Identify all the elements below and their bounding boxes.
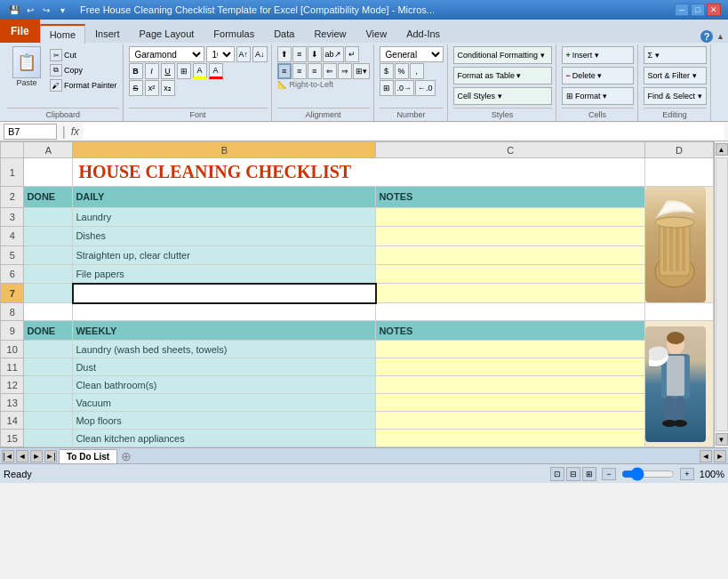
close-button[interactable]: ✕ <box>707 4 721 16</box>
border-button[interactable]: ⊞ <box>177 63 191 79</box>
cell-reference-input[interactable] <box>4 124 57 140</box>
subscript-button[interactable]: x₂ <box>161 80 175 96</box>
format-button[interactable]: ⊞ Format ▾ <box>562 87 634 105</box>
cell-c6[interactable] <box>376 265 645 284</box>
decrease-font-button[interactable]: A↓ <box>252 46 268 62</box>
cell-a7[interactable] <box>24 284 73 303</box>
cell-b3[interactable]: Laundry <box>73 207 376 226</box>
align-center-button[interactable]: ≡ <box>292 63 307 79</box>
cell-b12[interactable]: Clean bathroom(s) <box>73 376 376 394</box>
cell-c9[interactable]: NOTES <box>376 321 645 341</box>
scroll-thumb[interactable] <box>716 157 728 431</box>
underline-button[interactable]: U <box>161 63 175 79</box>
scroll-left-button[interactable]: ◄ <box>700 450 712 462</box>
font-color-button[interactable]: A <box>209 63 223 79</box>
align-middle-button[interactable]: ≡ <box>292 46 307 62</box>
cell-c3[interactable] <box>376 207 645 226</box>
decrease-decimal-button[interactable]: ←.0 <box>415 80 436 96</box>
align-right-button[interactable]: ≡ <box>308 63 322 79</box>
cell-c8[interactable] <box>376 303 645 321</box>
cell-c2[interactable]: NOTES <box>376 187 645 208</box>
page-layout-view-button[interactable]: ⊟ <box>566 467 580 481</box>
cell-c10[interactable] <box>376 341 645 358</box>
maximize-button[interactable]: □ <box>691 4 705 16</box>
font-label[interactable]: Font <box>129 108 268 119</box>
last-sheet-button[interactable]: ►| <box>44 450 57 462</box>
col-header-a[interactable]: A <box>24 142 73 158</box>
alignment-label[interactable]: Alignment <box>277 108 370 119</box>
decrease-indent-button[interactable]: ⇐ <box>323 63 337 79</box>
cell-a14[interactable] <box>24 412 73 430</box>
cell-b1[interactable]: HOUSE CLEANING CHECKLIST <box>73 158 645 187</box>
bold-button[interactable]: B <box>129 63 143 79</box>
cell-a5[interactable] <box>24 245 73 264</box>
col-header-b[interactable]: B <box>73 142 376 158</box>
normal-view-button[interactable]: ⊡ <box>550 467 564 481</box>
cut-button[interactable]: ✂Cut <box>48 48 119 62</box>
cell-b13[interactable]: Vacuum <box>73 394 376 412</box>
accounting-format-button[interactable]: ⊞ <box>380 80 394 96</box>
formula-fx-button[interactable]: fx <box>71 125 79 138</box>
cell-c15[interactable] <box>376 430 645 447</box>
zoom-in-button[interactable]: + <box>680 468 694 480</box>
zoom-out-button[interactable]: − <box>602 468 616 480</box>
cell-styles-button[interactable]: Cell Styles ▾ <box>453 87 552 105</box>
cell-b10[interactable]: Laundry (wash bed sheets, towels) <box>73 341 376 358</box>
tab-view[interactable]: View <box>356 23 396 43</box>
cell-c13[interactable] <box>376 394 645 412</box>
editing-label[interactable]: Editing <box>644 108 707 119</box>
vertical-scrollbar[interactable]: ▲ ▼ <box>714 141 728 447</box>
cell-a8[interactable] <box>24 303 73 321</box>
tab-review[interactable]: Review <box>304 23 356 43</box>
page-break-view-button[interactable]: ⊞ <box>582 467 596 481</box>
copy-button[interactable]: ⧉Copy <box>48 63 119 77</box>
autosum-button[interactable]: Σ ▾ <box>644 46 707 64</box>
minimize-ribbon-icon[interactable]: ▲ <box>716 32 724 41</box>
cell-a9[interactable]: DONE <box>24 321 73 341</box>
cell-d8[interactable] <box>644 303 713 321</box>
cell-a3[interactable] <box>24 207 73 226</box>
cell-c14[interactable] <box>376 412 645 430</box>
cell-a4[interactable] <box>24 227 73 245</box>
tab-formulas[interactable]: Formulas <box>204 23 264 43</box>
scroll-up-button[interactable]: ▲ <box>716 143 728 156</box>
cell-b11[interactable]: Dust <box>73 358 376 376</box>
tab-insert[interactable]: Insert <box>85 23 130 43</box>
cell-b8[interactable] <box>73 303 376 321</box>
cell-b15[interactable]: Clean kitchen appliances <box>73 430 376 447</box>
tab-home[interactable]: Home <box>40 24 85 44</box>
cell-a12[interactable] <box>24 376 73 394</box>
cell-b7-selected[interactable] <box>73 284 376 303</box>
cell-a1[interactable] <box>24 158 73 187</box>
number-format-select[interactable]: GeneralNumberCurrencyDate <box>380 46 444 62</box>
format-as-table-button[interactable]: Format as Table ▾ <box>453 67 552 84</box>
minimize-button[interactable]: ─ <box>675 4 689 16</box>
align-left-button[interactable]: ≡ <box>277 63 292 79</box>
increase-decimal-button[interactable]: .0→ <box>395 80 415 96</box>
cell-b14[interactable]: Mop floors <box>73 412 376 430</box>
align-bottom-button[interactable]: ⬇ <box>308 46 322 62</box>
redo-icon[interactable]: ↪ <box>39 3 53 17</box>
scroll-down-button[interactable]: ▼ <box>716 433 728 446</box>
cell-a6[interactable] <box>24 265 73 284</box>
styles-label[interactable]: Styles <box>453 108 552 119</box>
cell-c12[interactable] <box>376 376 645 394</box>
cell-c11[interactable] <box>376 358 645 376</box>
cell-a13[interactable] <box>24 394 73 412</box>
save-icon[interactable]: 💾 <box>7 3 21 17</box>
number-label[interactable]: Number <box>380 108 444 119</box>
next-sheet-button[interactable]: ► <box>30 450 43 462</box>
delete-button[interactable]: − Delete ▾ <box>562 67 634 84</box>
percent-button[interactable]: % <box>395 63 409 79</box>
strikethrough-button[interactable]: S <box>129 80 143 96</box>
zoom-slider[interactable] <box>621 470 675 478</box>
first-sheet-button[interactable]: |◄ <box>2 450 14 462</box>
fill-color-button[interactable]: A <box>193 63 207 79</box>
undo-icon[interactable]: ↩ <box>23 3 37 17</box>
add-sheet-icon[interactable]: ⊕ <box>119 449 133 463</box>
cells-label[interactable]: Cells <box>562 108 634 119</box>
cell-b2[interactable]: DAILY <box>73 187 376 208</box>
col-header-c[interactable]: C <box>376 142 645 158</box>
col-header-d[interactable]: D <box>644 142 713 158</box>
cell-a2[interactable]: DONE <box>24 187 73 208</box>
